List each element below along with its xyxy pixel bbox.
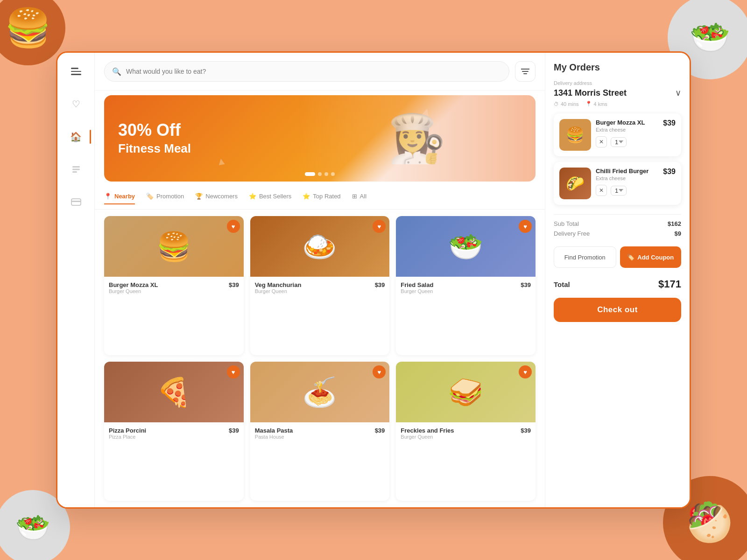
favorite-btn-2[interactable]: ♥: [373, 220, 386, 233]
header: 🔍: [95, 53, 545, 91]
food-image-3: 🥗 ♥: [396, 216, 536, 277]
dot-1[interactable]: [305, 172, 315, 176]
location-icon: 📍: [585, 101, 592, 107]
order-item-details-1: Burger Mozza XL Extra cheese ✕ 1 2 3: [596, 119, 658, 147]
food-price-2: $39: [375, 281, 385, 288]
filter-button[interactable]: [515, 61, 536, 82]
sidebar: ♡ 🏠: [57, 53, 95, 507]
favorite-btn-4[interactable]: ♥: [227, 365, 240, 378]
food-info-3: Fried Salad $39 Burger Queen: [396, 277, 536, 298]
list-item[interactable]: 🍝 ♥ Masala Pasta $39 Pasta House: [250, 362, 390, 501]
delivery-section: Delivery address 1341 Morris Street ∨ ⏱ …: [554, 80, 681, 107]
tab-bestsellers-icon: ⭐: [249, 193, 256, 200]
qty-select-2[interactable]: 1 2 3: [611, 186, 627, 196]
tab-toprated[interactable]: ⭐ Top Rated: [303, 193, 340, 204]
find-promo-label: Find Promotion: [564, 254, 606, 261]
svg-rect-0: [72, 166, 80, 168]
list-item[interactable]: 🍕 ♥ Pizza Porcini $39 Pizza Place: [104, 362, 244, 501]
food-name-4: Pizza Porcini: [109, 427, 146, 434]
banner-content: 30% Off Fitness Meal: [104, 107, 205, 170]
tab-newcomers-icon: 🏆: [195, 193, 203, 200]
sidebar-item-home[interactable]: 🏠: [67, 127, 85, 146]
checkout-button[interactable]: Check out: [554, 298, 681, 322]
banner-title: Fitness Meal: [118, 141, 191, 156]
main-content: 🔍 👩‍🍳 30% Off Fitness Meal: [95, 53, 545, 507]
order-item-price-1: $39: [663, 119, 676, 127]
order-item-name-2: Chilli Fried Burger: [596, 168, 658, 175]
favorite-btn-5[interactable]: ♥: [373, 365, 386, 378]
delivery-time-value: 40 mins: [561, 101, 579, 107]
subtotal-label: Sub Total: [554, 220, 579, 227]
food-info-5: Masala Pasta $39 Pasta House: [250, 422, 390, 443]
search-bar[interactable]: 🔍: [104, 61, 509, 82]
qty-select-1[interactable]: 1 2 3: [611, 137, 627, 147]
tab-newcomers[interactable]: 🏆 Newcomers: [195, 193, 238, 204]
food-image-1: 🍔 ♥: [104, 216, 244, 277]
delivery-meta: ⏱ 40 mins 📍 4 kms: [554, 101, 681, 107]
favorite-btn-1[interactable]: ♥: [227, 220, 240, 233]
coupon-icon: 🏷️: [627, 254, 634, 261]
sidebar-item-payment[interactable]: [67, 193, 85, 211]
orders-title: My Orders: [554, 62, 681, 73]
address-dropdown-button[interactable]: ∨: [675, 88, 681, 98]
food-info-1: Burger Mozza XL $39 Burger Queen: [104, 277, 244, 298]
list-item[interactable]: 🍛 ♥ Veg Manchurian $39 Burger Queen: [250, 216, 390, 355]
delivery-distance-value: 4 kms: [594, 101, 607, 107]
total-row: Total $171: [554, 278, 681, 290]
order-item-1: 🍔 Burger Mozza XL Extra cheese ✕ 1 2 3 $…: [554, 113, 681, 156]
dot-4[interactable]: [331, 172, 335, 176]
coupon-section: Find Promotion 🏷️ Add Coupon: [554, 246, 681, 268]
delivery-time: ⏱ 40 mins: [554, 101, 579, 107]
tab-newcomers-label: Newcomers: [205, 193, 238, 200]
tab-promotion[interactable]: 🏷️ Promotion: [146, 193, 184, 204]
tab-bestsellers[interactable]: ⭐ Best Sellers: [249, 193, 291, 204]
order-item-2: 🌮 Chilli Fried Burger Extra cheese ✕ 1 2…: [554, 162, 681, 205]
tab-nearby-label: Nearby: [114, 193, 135, 200]
sidebar-item-orders[interactable]: [67, 160, 85, 179]
tab-nearby[interactable]: 📍 Nearby: [104, 193, 135, 204]
list-item[interactable]: 🍔 ♥ Burger Mozza XL $39 Burger Queen: [104, 216, 244, 355]
add-coupon-button[interactable]: 🏷️ Add Coupon: [620, 246, 682, 268]
food-restaurant-2: Burger Queen: [255, 288, 385, 294]
delivery-label: Delivery address: [554, 80, 681, 86]
search-input[interactable]: [126, 68, 501, 75]
favorite-btn-6[interactable]: ♥: [519, 365, 532, 378]
remove-item-btn-2[interactable]: ✕: [596, 185, 607, 196]
food-name-1: Burger Mozza XL: [109, 281, 158, 288]
search-icon: 🔍: [112, 67, 121, 76]
banner-dots: [305, 172, 335, 176]
food-restaurant-1: Burger Queen: [109, 288, 239, 294]
clock-icon: ⏱: [554, 101, 559, 107]
food-price-5: $39: [375, 427, 385, 434]
sidebar-item-favorites[interactable]: ♡: [67, 95, 85, 113]
dot-3[interactable]: [324, 172, 328, 176]
sidebar-item-menu[interactable]: [67, 62, 85, 81]
list-item[interactable]: 🥗 ♥ Fried Salad $39 Burger Queen: [396, 216, 536, 355]
delivery-fee-row: Delivery Free $9: [554, 230, 681, 237]
dot-2[interactable]: [318, 172, 322, 176]
tab-all-icon: ⊞: [352, 193, 357, 200]
list-item[interactable]: 🥪 ♥ Freckles and Fries $39 Burger Queen: [396, 362, 536, 501]
tab-nearby-icon: 📍: [104, 193, 112, 200]
remove-item-btn-1[interactable]: ✕: [596, 136, 607, 147]
address-text: 1341 Morris Street: [554, 88, 627, 98]
tab-all[interactable]: ⊞ All: [352, 193, 366, 204]
favorite-btn-3[interactable]: ♥: [519, 220, 532, 233]
find-promotion-button[interactable]: Find Promotion: [554, 246, 616, 268]
tab-all-label: All: [360, 193, 366, 200]
food-price-1: $39: [229, 281, 239, 288]
food-image-4: 🍕 ♥: [104, 362, 244, 422]
tab-promotion-icon: 🏷️: [146, 193, 154, 200]
food-restaurant-5: Pasta House: [255, 434, 385, 440]
order-item-controls-2: ✕ 1 2 3: [596, 185, 658, 196]
checkout-label: Check out: [597, 305, 638, 314]
food-name-6: Freckles and Fries: [401, 427, 454, 434]
app-container: ♡ 🏠 🔍: [56, 51, 691, 509]
subtotal-row: Sub Total $162: [554, 220, 681, 227]
food-info-2: Veg Manchurian $39 Burger Queen: [250, 277, 390, 298]
delivery-fee-label: Delivery Free: [554, 230, 590, 237]
svg-rect-2: [72, 171, 77, 173]
food-restaurant-3: Burger Queen: [401, 288, 531, 294]
subtotal-value: $162: [668, 220, 681, 227]
food-image-5: 🍝 ♥: [250, 362, 390, 422]
